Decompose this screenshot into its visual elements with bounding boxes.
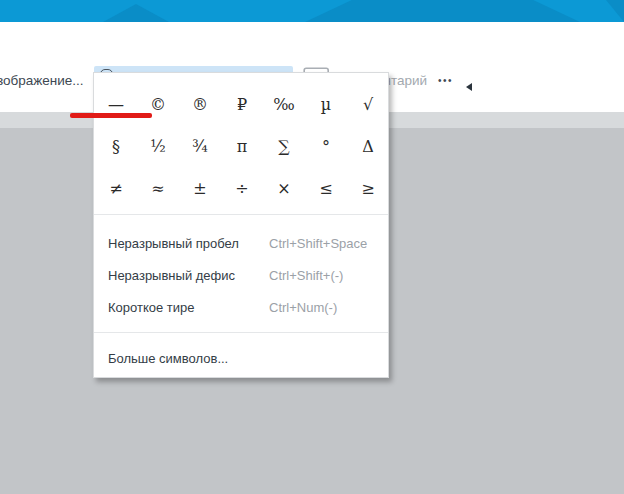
symbol-cell[interactable]: ≠ [95, 167, 137, 209]
symbol-cell[interactable]: √ [347, 83, 389, 125]
more-symbols-label: Больше символов... [108, 351, 228, 366]
symbol-cell[interactable]: π [221, 125, 263, 167]
symbol-cell[interactable]: § [95, 125, 137, 167]
symbol-cell[interactable]: ₽ [221, 83, 263, 125]
menu-item[interactable]: Короткое тиреCtrl+Num(-) [94, 291, 388, 323]
menu-item[interactable]: Неразрывный дефисCtrl+Shift+(-) [94, 259, 388, 291]
symbol-cell[interactable]: ¾ [179, 125, 221, 167]
symbol-cell[interactable]: © [137, 83, 179, 125]
symbol-cell[interactable]: Δ [347, 125, 389, 167]
collapse-left-icon[interactable] [466, 83, 472, 91]
symbol-cell[interactable]: ÷ [221, 167, 263, 209]
symbol-cell[interactable]: × [263, 167, 305, 209]
symbol-cell[interactable]: ± [179, 167, 221, 209]
symbol-cell[interactable]: ® [179, 83, 221, 125]
divider [94, 214, 388, 215]
menu-item-more-symbols[interactable]: Больше символов... [94, 342, 388, 374]
toolbar-more-button[interactable]: ••• [438, 72, 460, 88]
menu-item[interactable]: Неразрывный пробелCtrl+Shift+Space [94, 227, 388, 259]
annotation-red-underline [70, 113, 152, 118]
menu-item-shortcut: Ctrl+Num(-) [269, 300, 337, 315]
window-title-bar [0, 0, 624, 22]
toolbar-item-image-label[interactable]: зображение... [0, 73, 84, 88]
symbol-cell[interactable]: ≈ [137, 167, 179, 209]
titlebar-decoration [584, 0, 624, 22]
titlebar-decoration [305, 0, 580, 22]
menu-item-label: Неразрывный дефис [108, 268, 235, 283]
app-window: зображение... Ω Специальные символы... К… [0, 0, 624, 494]
menu-item-shortcut: Ctrl+Shift+Space [269, 236, 367, 251]
menu-item-label: Неразрывный пробел [108, 236, 239, 251]
symbol-cell[interactable]: ‰ [263, 83, 305, 125]
symbol-cell[interactable]: — [95, 83, 137, 125]
symbol-cell[interactable]: ≤ [305, 167, 347, 209]
symbol-cell[interactable]: ≥ [347, 167, 389, 209]
symbol-cell[interactable]: ½ [137, 125, 179, 167]
symbol-cell[interactable]: ° [305, 125, 347, 167]
symbol-cell[interactable]: ∑ [263, 125, 305, 167]
symbols-grid: —©®₽‰µ√§½¾π∑°Δ≠≈±÷×≤≥ [95, 83, 387, 209]
symbol-cell[interactable]: µ [305, 83, 347, 125]
menu-item-label: Короткое тире [108, 300, 195, 315]
titlebar-decoration [103, 0, 169, 22]
shortcut-menu: Неразрывный пробелCtrl+Shift+SpaceНеразр… [94, 227, 388, 323]
divider [94, 332, 388, 333]
menu-item-shortcut: Ctrl+Shift+(-) [269, 268, 343, 283]
